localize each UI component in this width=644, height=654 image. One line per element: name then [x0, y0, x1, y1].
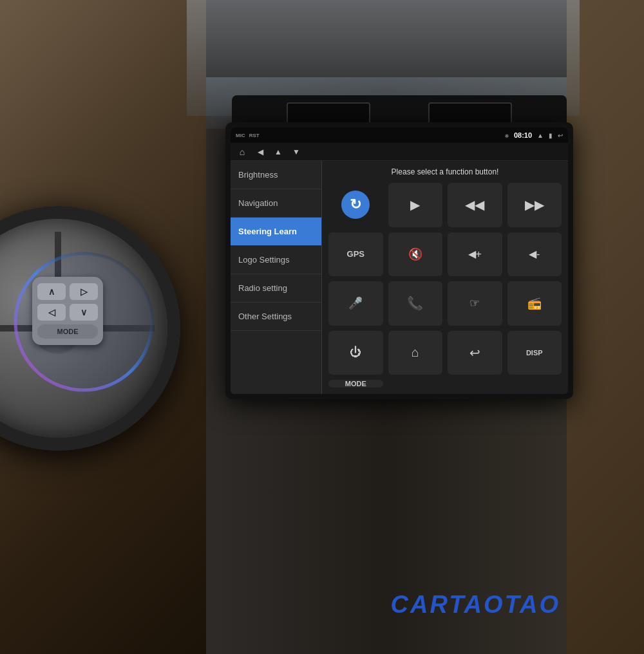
content-panel: Please select a function button! ↻ ▶ ◀◀: [322, 161, 568, 394]
mic-icon: 🎤: [348, 296, 363, 310]
func-btn-vol-down[interactable]: ◀-: [507, 232, 562, 277]
func-btn-prev[interactable]: ◀◀: [448, 183, 502, 227]
func-btn-hook[interactable]: ☞: [448, 281, 502, 326]
mute-icon: 🔇: [408, 247, 422, 261]
back-icon[interactable]: ◀: [252, 144, 268, 160]
func-btn-power[interactable]: ⏻: [328, 331, 383, 375]
home-icon: ⌂: [412, 345, 419, 360]
rst-label: RST: [249, 133, 260, 138]
menu-item-radio-setting[interactable]: Radio setting: [231, 274, 321, 303]
main-content-area: Brightness Navigation Steering Learn Log…: [231, 161, 568, 394]
sw-mode-button[interactable]: MODE: [37, 324, 98, 339]
home-nav-icon[interactable]: ⌂: [234, 144, 250, 160]
func-btn-repeat[interactable]: ↩: [448, 331, 502, 375]
spoke-left: [0, 325, 35, 332]
func-btn-mode[interactable]: MODE: [328, 380, 383, 388]
func-btn-home[interactable]: ⌂: [388, 331, 443, 375]
play-icon: ▶: [410, 197, 420, 212]
refresh-icon: ↻: [350, 196, 361, 213]
disp-label: DISP: [526, 349, 543, 357]
bluetooth-icon: ⎈: [505, 132, 509, 139]
menu-item-steering-learn[interactable]: Steering Learn: [231, 218, 321, 246]
back-nav-icon[interactable]: ↩: [558, 132, 563, 139]
menu-item-navigation[interactable]: Navigation: [231, 189, 321, 218]
function-buttons-grid: ↻ ▶ ◀◀ ▶▶ GPS 🔇: [328, 183, 562, 388]
sw-button-panel: ∧ ▷ ◁ ∨ MODE: [32, 277, 103, 345]
android-screen: MIC RST ⎈ 08:10 ▲ ▮ ↩ ⌂ ◀ ▲ ▼ Brightness: [231, 127, 568, 394]
func-btn-gps[interactable]: GPS: [328, 232, 383, 277]
status-bar-right: ⎈ 08:10 ▲ ▮ ↩: [505, 131, 563, 139]
vol-down-icon: ◀-: [529, 248, 540, 260]
func-btn-play[interactable]: ▶: [388, 183, 443, 227]
sidebar-menu: Brightness Navigation Steering Learn Log…: [231, 161, 322, 394]
watermark: CARTAOTAO: [391, 591, 560, 619]
func-btn-refresh[interactable]: ↻: [341, 191, 370, 219]
menu-item-brightness[interactable]: Brightness: [231, 161, 321, 189]
menu-item-other-settings[interactable]: Other Settings: [231, 303, 321, 331]
repeat-icon: ↩: [469, 345, 480, 360]
func-btn-vol-up[interactable]: ◀+: [448, 232, 502, 277]
sw-top-row: ∧ ▷: [37, 283, 98, 300]
func-btn-mute[interactable]: 🔇: [388, 232, 443, 277]
vol-down-nav-icon[interactable]: ▲: [270, 144, 286, 160]
status-bar-left: MIC RST: [236, 133, 260, 138]
status-time: 08:10: [514, 131, 532, 139]
gps-label: GPS: [347, 249, 365, 259]
battery-icon: ▮: [549, 132, 553, 139]
prev-icon: ◀◀: [465, 197, 484, 212]
mic-label: MIC: [236, 133, 245, 138]
signal-icon: ▲: [537, 132, 544, 139]
sw-mid-row: ◁ ∨: [37, 304, 98, 321]
func-btn-disp[interactable]: DISP: [507, 331, 562, 375]
radio-icon: 📻: [527, 296, 542, 310]
next-icon: ▶▶: [525, 197, 544, 212]
sw-down-btn[interactable]: ∨: [70, 304, 98, 321]
func-btn-call[interactable]: 📞: [388, 281, 443, 326]
content-header: Please select a function button!: [328, 167, 562, 176]
hook-icon: ☞: [469, 296, 480, 310]
vol-up-nav-icon[interactable]: ▼: [289, 144, 304, 160]
mode-label: MODE: [345, 380, 366, 388]
status-bar: MIC RST ⎈ 08:10 ▲ ▮ ↩: [231, 127, 568, 143]
vol-up-icon: ◀+: [468, 248, 482, 260]
func-btn-next[interactable]: ▶▶: [507, 183, 562, 227]
func-btn-mic[interactable]: 🎤: [328, 281, 383, 326]
sw-arrow-btn[interactable]: ▷: [70, 283, 98, 300]
head-unit-frame: MIC RST ⎈ 08:10 ▲ ▮ ↩ ⌂ ◀ ▲ ▼ Brightness: [225, 122, 573, 399]
menu-item-logo-settings[interactable]: Logo Settings: [231, 246, 321, 274]
func-btn-radio[interactable]: 📻: [507, 281, 562, 326]
nav-icon-bar: ⌂ ◀ ▲ ▼: [231, 143, 568, 161]
call-icon: 📞: [407, 295, 423, 311]
power-icon: ⏻: [350, 346, 361, 359]
sw-up-btn[interactable]: ∧: [37, 283, 66, 300]
sw-left-btn[interactable]: ◁: [37, 304, 66, 321]
